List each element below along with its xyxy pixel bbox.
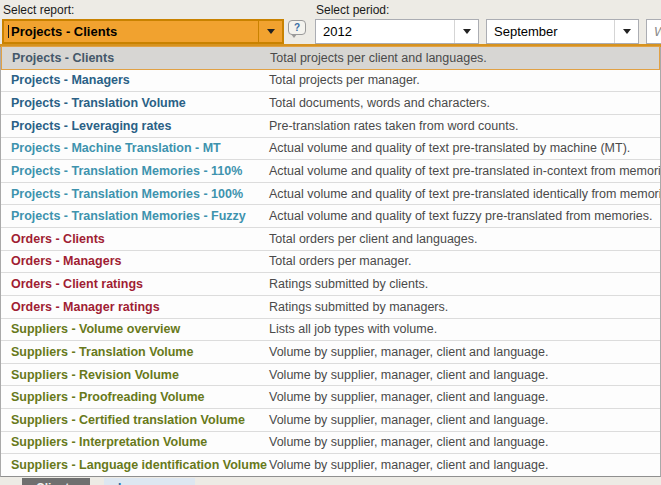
report-list-item[interactable]: Projects - Translation Memories - 110%Ac… <box>1 160 660 183</box>
report-list-item[interactable]: Projects - Leveraging ratesPre-translati… <box>1 115 660 138</box>
chevron-down-icon <box>267 29 275 34</box>
report-description: Actual volume and quality of text fuzzy … <box>269 209 653 223</box>
report-description: Lists all job types with volume. <box>269 322 437 336</box>
report-description: Volume by supplier, manager, client and … <box>269 345 548 359</box>
report-list-item[interactable]: Orders - ClientsTotal orders per client … <box>1 228 660 251</box>
month-select-value: September <box>487 24 614 39</box>
report-list-item[interactable]: Suppliers - Certified translation Volume… <box>1 409 660 432</box>
tab-clients[interactable]: Clients <box>22 478 90 485</box>
background-page-strip: Clients Languages <box>0 478 661 485</box>
report-name: Projects - Leveraging rates <box>11 119 269 133</box>
year-select-arrow[interactable] <box>454 20 478 43</box>
year-select-value: 2012 <box>316 24 454 39</box>
report-select-arrow[interactable] <box>258 21 282 42</box>
report-list-item[interactable]: Suppliers - Interpretation VolumeVolume … <box>1 432 660 455</box>
report-name: Projects - Translation Memories - Fuzzy <box>11 209 269 223</box>
chevron-down-icon <box>623 29 631 34</box>
report-description: Volume by supplier, manager, client and … <box>269 368 548 382</box>
month-select-arrow[interactable] <box>614 20 638 43</box>
report-list-item[interactable]: Suppliers - Translation VolumeVolume by … <box>1 341 660 364</box>
report-name: Orders - Managers <box>11 254 269 268</box>
report-list-item[interactable]: Orders - ManagersTotal orders per manage… <box>1 251 660 274</box>
report-name: Projects - Clients <box>12 51 270 65</box>
report-description: Total orders per client and languages. <box>269 232 477 246</box>
tab-languages[interactable]: Languages <box>104 478 195 485</box>
report-description: Total orders per manager. <box>269 254 411 268</box>
report-name: Projects - Machine Translation - MT <box>11 141 269 155</box>
report-description: Actual volume and quality of text pre-tr… <box>269 141 630 155</box>
week-input-value: We <box>647 24 661 39</box>
week-input[interactable]: We <box>646 19 661 44</box>
report-list-item[interactable]: Projects - Machine Translation - MTActua… <box>1 138 660 161</box>
report-description: Volume by supplier, manager, client and … <box>269 458 548 472</box>
help-icon[interactable]: ? <box>288 20 306 35</box>
report-description: Ratings submitted by managers. <box>269 300 448 314</box>
report-description: Actual volume and quality of text pre-tr… <box>269 187 660 201</box>
report-name: Suppliers - Certified translation Volume <box>11 413 269 427</box>
report-list-item[interactable]: Orders - Manager ratingsRatings submitte… <box>1 296 660 319</box>
report-description: Actual volume and quality of text pre-tr… <box>269 164 660 178</box>
report-list-item[interactable]: Suppliers - Volume overviewLists all job… <box>1 319 660 342</box>
report-name: Suppliers - Translation Volume <box>11 345 269 359</box>
report-list-item[interactable]: Projects - ClientsTotal projects per cli… <box>1 46 660 70</box>
text-cursor <box>8 25 9 38</box>
report-description: Volume by supplier, manager, client and … <box>269 390 548 404</box>
report-list-item[interactable]: Orders - Client ratingsRatings submitted… <box>1 273 660 296</box>
report-name: Projects - Translation Memories - 110% <box>11 164 269 178</box>
report-name: Suppliers - Proofreading Volume <box>11 390 269 404</box>
report-description: Total projects per manager. <box>269 73 420 87</box>
report-description: Pre-translation rates taken from word co… <box>269 119 518 133</box>
report-list: Projects - ClientsTotal projects per cli… <box>0 47 661 477</box>
report-name: Suppliers - Revision Volume <box>11 368 269 382</box>
report-name: Suppliers - Language identification Volu… <box>11 458 269 472</box>
report-description: Volume by supplier, manager, client and … <box>269 413 548 427</box>
report-name: Projects - Translation Memories - 100% <box>11 187 269 201</box>
report-list-item[interactable]: Projects - Translation Memories - FuzzyA… <box>1 205 660 228</box>
chevron-down-icon <box>463 29 471 34</box>
report-list-item[interactable]: Projects - Translation Memories - 100%Ac… <box>1 183 660 206</box>
report-name: Suppliers - Volume overview <box>11 322 269 336</box>
report-name: Orders - Client ratings <box>11 277 269 291</box>
report-name: Orders - Manager ratings <box>11 300 269 314</box>
year-select[interactable]: 2012 <box>315 19 479 44</box>
report-name: Projects - Managers <box>11 73 269 87</box>
month-select[interactable]: September <box>486 19 639 44</box>
report-name: Orders - Clients <box>11 232 269 246</box>
report-name: Projects - Translation Volume <box>11 96 269 110</box>
report-list-item[interactable]: Suppliers - Language identification Volu… <box>1 454 660 476</box>
report-description: Ratings submitted by clients. <box>269 277 428 291</box>
report-list-item[interactable]: Projects - ManagersTotal projects per ma… <box>1 70 660 93</box>
report-name: Suppliers - Interpretation Volume <box>11 435 269 449</box>
select-period-label: Select period: <box>316 3 389 17</box>
report-list-item[interactable]: Projects - Translation VolumeTotal docum… <box>1 92 660 115</box>
report-description: Total documents, words and characters. <box>269 96 490 110</box>
report-description: Volume by supplier, manager, client and … <box>269 435 548 449</box>
report-select-value: Projects - Clients <box>4 24 258 39</box>
report-select[interactable]: Projects - Clients <box>2 19 284 44</box>
report-list-item[interactable]: Suppliers - Proofreading VolumeVolume by… <box>1 386 660 409</box>
report-description: Total projects per client and languages. <box>270 51 487 65</box>
select-report-label: Select report: <box>3 3 74 17</box>
report-list-item[interactable]: Suppliers - Revision VolumeVolume by sup… <box>1 364 660 387</box>
